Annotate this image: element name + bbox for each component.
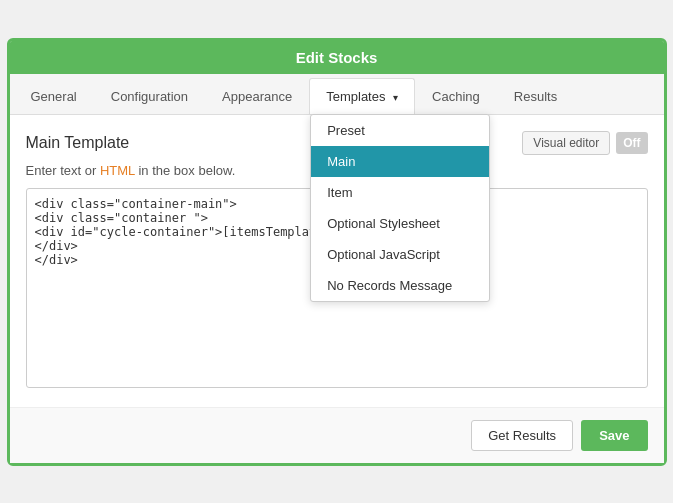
get-results-button[interactable]: Get Results [471,420,573,451]
tab-bar: General Configuration Appearance Templat… [10,74,664,115]
dropdown-item-no-records-message[interactable]: No Records Message [311,270,489,301]
dropdown-item-optional-javascript[interactable]: Optional JavaScript [311,239,489,270]
dropdown-item-item[interactable]: Item [311,177,489,208]
tab-general[interactable]: General [14,78,94,114]
templates-dropdown-menu: Preset Main Item Optional Stylesheet Opt… [310,114,490,302]
tab-results[interactable]: Results [497,78,574,114]
html-link[interactable]: HTML [100,163,135,178]
chevron-down-icon: ▾ [393,92,398,103]
tab-caching[interactable]: Caching [415,78,497,114]
dropdown-item-preset[interactable]: Preset [311,115,489,146]
save-button[interactable]: Save [581,420,647,451]
tab-templates[interactable]: Templates ▾ Preset Main Item Optional St… [309,78,415,114]
dropdown-item-optional-stylesheet[interactable]: Optional Stylesheet [311,208,489,239]
modal-footer: Get Results Save [10,407,664,463]
off-badge: Off [616,132,647,154]
tab-appearance[interactable]: Appearance [205,78,309,114]
visual-editor-area: Visual editor Off [522,131,647,155]
visual-editor-button[interactable]: Visual editor [522,131,610,155]
tab-configuration[interactable]: Configuration [94,78,205,114]
modal-title: Edit Stocks [10,41,664,74]
edit-stocks-modal: Edit Stocks General Configuration Appear… [7,38,667,466]
page-title: Main Template [26,134,130,152]
dropdown-item-main[interactable]: Main [311,146,489,177]
